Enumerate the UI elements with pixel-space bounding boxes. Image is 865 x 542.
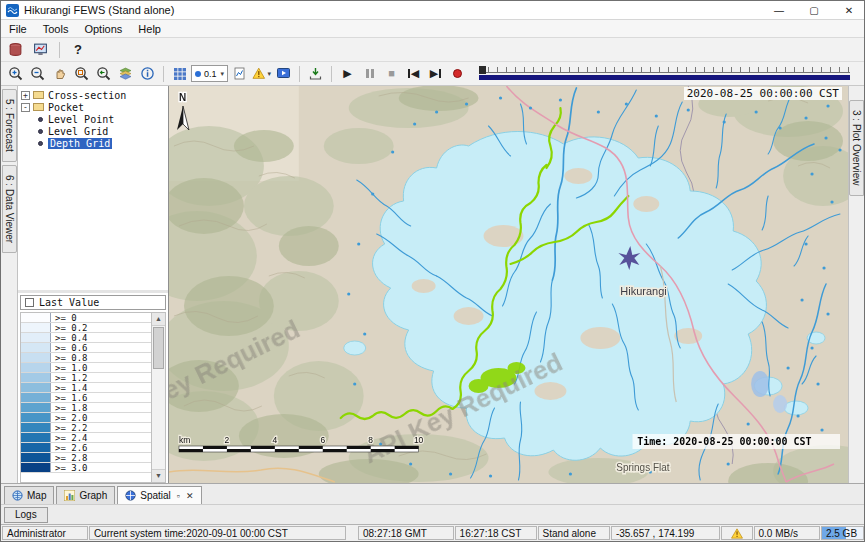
- tree-item-cross-section[interactable]: + Cross-section: [18, 89, 168, 101]
- minimize-button[interactable]: —: [764, 1, 794, 19]
- info-icon[interactable]: [137, 64, 158, 84]
- tree-item-depth-grid[interactable]: Depth Grid: [18, 137, 168, 149]
- app-logo-icon: [6, 4, 19, 17]
- last-value-checkbox[interactable]: [25, 298, 34, 307]
- map-viewport[interactable]: API Key Required API Key Required Hikura…: [169, 86, 848, 483]
- legend-label: >= 3.0: [51, 463, 88, 472]
- tab-map[interactable]: Map: [4, 486, 54, 504]
- legend-swatch: [21, 333, 51, 342]
- svg-text:8: 8: [368, 435, 373, 445]
- menu-help[interactable]: Help: [130, 20, 169, 37]
- chevron-down-icon: ▾: [268, 70, 272, 78]
- grid-display-icon[interactable]: [169, 64, 190, 84]
- time-slider[interactable]: [479, 66, 850, 82]
- legend-label: >= 0: [51, 313, 77, 322]
- legend-swatch: [21, 323, 51, 332]
- legend-row: >= 1.6: [21, 393, 151, 403]
- tree-item-level-point[interactable]: Level Point: [18, 113, 168, 125]
- thresholds-warning-icon[interactable]: ▾: [251, 64, 272, 84]
- help-button[interactable]: ?: [68, 40, 88, 60]
- scrollbar-thumb[interactable]: [153, 327, 164, 369]
- tab-forecast[interactable]: 5 : Forecast: [2, 89, 17, 162]
- status-throughput: 0.0 MB/s: [754, 526, 820, 540]
- tab-spatial-label: Spatial: [140, 490, 171, 501]
- close-button[interactable]: ✕: [834, 1, 864, 19]
- stop-icon[interactable]: ■: [381, 64, 402, 84]
- monitor-chart-icon[interactable]: [30, 40, 51, 60]
- legend-swatch: [21, 443, 51, 452]
- scroll-up-icon[interactable]: ▲: [152, 313, 165, 326]
- time-slider-ticks: [479, 67, 850, 73]
- legend-row: >= 0.6: [21, 343, 151, 353]
- class-interval-combo[interactable]: 0.1 ▾: [191, 65, 228, 82]
- tree-item-label: Level Point: [48, 114, 114, 125]
- status-warning-icon[interactable]: [721, 526, 752, 540]
- tab-graph[interactable]: Graph: [56, 486, 115, 504]
- zoom-region-icon[interactable]: [71, 64, 92, 84]
- animation-display-icon[interactable]: [273, 64, 294, 84]
- record-icon[interactable]: [447, 64, 468, 84]
- tab-plot-overview[interactable]: 3 : Plot Overview: [849, 100, 864, 196]
- zoom-in-icon[interactable]: [5, 64, 26, 84]
- toolbar-separator: [59, 42, 60, 58]
- menu-file[interactable]: File: [1, 20, 35, 37]
- chevron-down-icon: ▾: [221, 70, 225, 78]
- legend-row: >= 1.0: [21, 363, 151, 373]
- expand-plus-icon[interactable]: +: [21, 91, 30, 100]
- play-icon[interactable]: ▶: [337, 64, 358, 84]
- menu-tools[interactable]: Tools: [35, 20, 77, 37]
- svg-text:4: 4: [272, 435, 277, 445]
- zoom-previous-icon[interactable]: [93, 64, 114, 84]
- legend-row: >= 1.8: [21, 403, 151, 413]
- skip-to-start-icon[interactable]: ◀: [403, 64, 424, 84]
- toolbar-separator: [299, 66, 300, 82]
- scrollbar-track[interactable]: [152, 326, 165, 469]
- left-tab-strip: 5 : Forecast 6 : Data Viewer: [1, 86, 18, 483]
- status-user: Administrator: [2, 526, 88, 540]
- tree-item-level-grid[interactable]: Level Grid: [18, 125, 168, 137]
- status-local-time: 16:27:18 CST: [455, 526, 537, 540]
- legend-label: >= 0.8: [51, 353, 88, 362]
- legend-row: >= 2.8: [21, 453, 151, 463]
- export-download-icon[interactable]: [305, 64, 326, 84]
- menu-bar: File Tools Options Help: [1, 20, 864, 38]
- legend-label: >= 2.6: [51, 443, 88, 452]
- legend-label: >= 1.2: [51, 373, 88, 382]
- legend-swatch: [21, 433, 51, 442]
- legend-swatch: [21, 463, 51, 472]
- title-bar: Hikurangi FEWS (Stand alone) — ▢ ✕: [1, 1, 864, 20]
- float-panel-icon[interactable]: ▫: [177, 491, 180, 501]
- maximize-button[interactable]: ▢: [799, 1, 829, 19]
- menu-options[interactable]: Options: [76, 20, 130, 37]
- legend-swatch: [21, 383, 51, 392]
- spatial-globe-icon: [125, 490, 136, 501]
- skip-to-end-icon[interactable]: ▶: [425, 64, 446, 84]
- pause-icon[interactable]: [359, 64, 380, 84]
- zoom-out-icon[interactable]: [27, 64, 48, 84]
- legend-scrollbar[interactable]: ▲ ▼: [151, 312, 166, 483]
- profile-chart-icon[interactable]: [229, 64, 250, 84]
- close-tab-icon[interactable]: ✕: [186, 491, 194, 501]
- legend-body: >= 0 >= 0.2 >= 0.4 >= 0.6 >= 0.8 >= 1.0 …: [20, 312, 166, 483]
- tree-item-label-selected: Depth Grid: [48, 138, 112, 149]
- tab-map-label: Map: [27, 490, 46, 501]
- town-label: Hikurangi: [620, 285, 666, 297]
- pan-hand-icon[interactable]: [49, 64, 70, 84]
- tab-data-viewer[interactable]: 6 : Data Viewer: [2, 165, 17, 253]
- scroll-down-icon[interactable]: ▼: [152, 469, 165, 482]
- legend-swatch: [21, 353, 51, 362]
- database-icon[interactable]: [5, 40, 26, 60]
- status-mode: Stand alone: [538, 526, 610, 540]
- legend-row: >= 2.0: [21, 413, 151, 423]
- legend-label: >= 0.4: [51, 333, 88, 342]
- time-slider-thumb[interactable]: [479, 66, 486, 74]
- tab-spatial[interactable]: Spatial ▫ ✕: [117, 486, 201, 504]
- layers-icon[interactable]: [115, 64, 136, 84]
- tree-item-pocket[interactable]: - Pocket: [18, 101, 168, 113]
- map-canvas[interactable]: API Key Required API Key Required Hikura…: [169, 86, 848, 483]
- legend-label: >= 1.0: [51, 363, 88, 372]
- map-time-label: Time: 2020-08-25 00:00:00 CST: [637, 436, 811, 447]
- collapse-minus-icon[interactable]: -: [21, 103, 30, 112]
- legend-row: >= 0.8: [21, 353, 151, 363]
- logs-button[interactable]: Logs: [4, 507, 48, 523]
